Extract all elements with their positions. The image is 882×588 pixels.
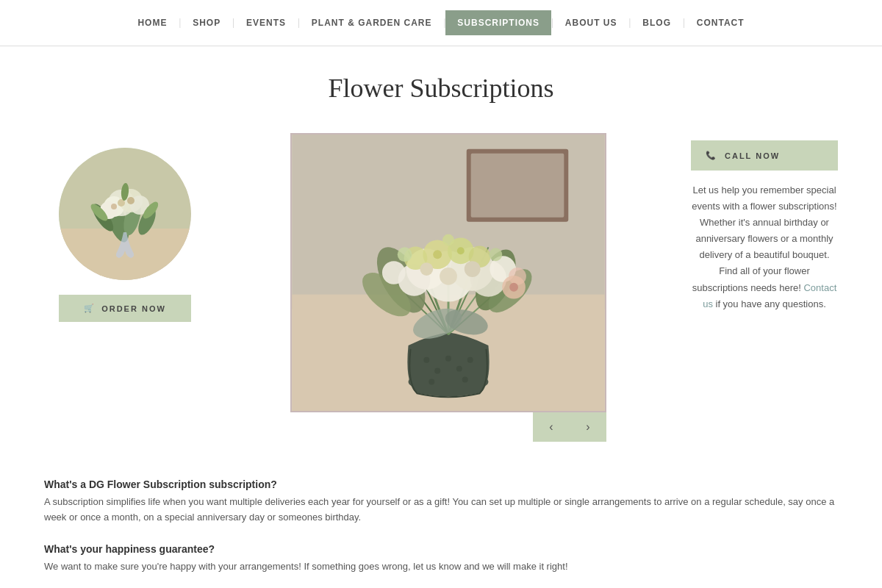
nav-item-contact[interactable]: CONTACT	[685, 15, 756, 31]
nav-link-blog[interactable]: BLOG	[631, 15, 683, 31]
nav-item-subscriptions[interactable]: SUBSCRIPTIONS	[445, 10, 551, 35]
svg-point-29	[462, 376, 468, 382]
prev-icon: ‹	[549, 420, 553, 434]
page-title: Flower Subscriptions	[0, 46, 882, 118]
svg-point-59	[433, 250, 442, 259]
faq-item-2: What's your happiness guarantee? We want…	[44, 543, 838, 575]
nav-item-shop[interactable]: SHOP	[181, 15, 232, 31]
nav-item-about[interactable]: ABOUT US	[553, 15, 629, 31]
faq-item-1: What's a DG Flower Subscription subscrip…	[44, 478, 838, 526]
svg-point-24	[434, 368, 440, 374]
nav-link-subscriptions[interactable]: SUBSCRIPTIONS	[445, 10, 551, 35]
nav-item-blog[interactable]: BLOG	[631, 15, 683, 31]
svg-point-25	[445, 356, 451, 362]
nav-link-plant[interactable]: PLANT & GARDEN CARE	[300, 15, 444, 31]
svg-point-26	[456, 366, 462, 372]
svg-rect-20	[471, 154, 564, 218]
faq-question-1: What's a DG Flower Subscription subscrip…	[44, 478, 838, 490]
slideshow-navigation: ‹ ›	[290, 412, 606, 442]
svg-point-58	[465, 261, 481, 277]
nav-item-events[interactable]: EVENTS	[234, 15, 298, 31]
next-slide-button[interactable]: ›	[570, 412, 606, 442]
slide-frame	[290, 133, 606, 412]
nav-link-about[interactable]: ABOUT US	[553, 15, 629, 31]
order-now-label: ORDER NOW	[101, 304, 166, 313]
circle-flower-svg	[59, 148, 191, 280]
sidebar-description: Let us help you remember special events …	[691, 182, 838, 312]
svg-point-62	[489, 248, 502, 261]
circle-flower-image	[59, 148, 191, 280]
svg-point-61	[398, 247, 412, 262]
svg-point-13	[127, 197, 135, 204]
call-now-label: CALL NOW	[725, 151, 780, 160]
nav-link-contact[interactable]: CONTACT	[685, 15, 756, 31]
phone-icon: 📞	[706, 151, 717, 160]
order-now-button[interactable]: 🛒 ORDER NOW	[59, 295, 191, 322]
svg-point-27	[467, 357, 473, 363]
faq-answer-1: A subscription simplifies life when you …	[44, 495, 838, 526]
cart-icon: 🛒	[84, 304, 96, 313]
nav-link-events[interactable]: EVENTS	[234, 15, 298, 31]
navigation: HOME | SHOP | EVENTS | PLANT & GARDEN CA…	[0, 0, 882, 46]
faq-question-2: What's your happiness guarantee?	[44, 543, 838, 555]
svg-point-63	[442, 234, 454, 246]
nav-link-home[interactable]: HOME	[126, 15, 179, 31]
svg-point-28	[429, 379, 434, 384]
nav-item-home[interactable]: HOME	[126, 15, 179, 31]
nav-link-shop[interactable]: SHOP	[181, 15, 232, 31]
svg-point-55	[382, 261, 406, 284]
call-now-button[interactable]: 📞 CALL NOW	[691, 140, 838, 171]
center-column: ‹ ›	[228, 133, 669, 442]
svg-point-23	[423, 357, 429, 363]
slide-nav-buttons: ‹ ›	[533, 412, 606, 442]
main-flower-svg	[292, 135, 605, 411]
nav-menu: HOME | SHOP | EVENTS | PLANT & GARDEN CA…	[126, 10, 756, 35]
slideshow: ‹ ›	[290, 133, 606, 442]
svg-point-66	[509, 283, 518, 292]
contact-us-link[interactable]: Contact us	[703, 282, 836, 309]
next-icon: ›	[586, 420, 589, 434]
right-column: 📞 CALL NOW Let us help you remember spec…	[691, 133, 838, 312]
svg-point-12	[111, 204, 117, 209]
main-content: 🛒 ORDER NOW	[0, 118, 882, 471]
svg-point-60	[457, 247, 465, 254]
nav-item-plant[interactable]: PLANT & GARDEN CARE	[300, 15, 444, 31]
left-column: 🛒 ORDER NOW	[44, 133, 206, 322]
faq-section: What's a DG Flower Subscription subscrip…	[0, 471, 882, 588]
svg-point-56	[440, 268, 457, 285]
svg-point-57	[420, 262, 433, 276]
prev-slide-button[interactable]: ‹	[533, 412, 570, 442]
faq-answer-2: We want to make sure you're happy with y…	[44, 559, 838, 575]
